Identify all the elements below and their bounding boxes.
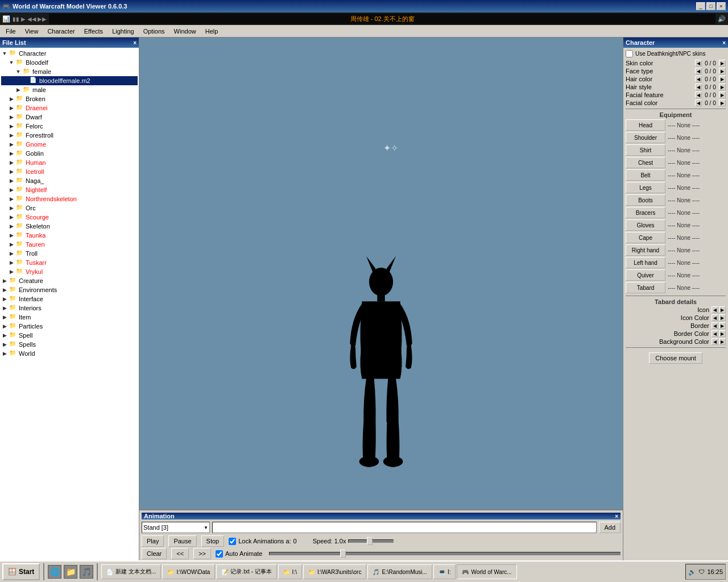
tree-item-nightelf[interactable]: ▶ 📁 Nightelf [1,185,138,194]
tree-item-character[interactable]: ▼ 📁 Character [1,49,138,58]
taskbar-btn-3[interactable]: 📝 记录.txt - 记事本 [216,564,276,579]
menu-character[interactable]: Character [43,27,79,36]
taskbar-btn-1[interactable]: 📄 新建 文本文档... [101,564,161,579]
close-button[interactable]: × [717,2,726,10]
taskbar-explorer-icon[interactable]: 📁 [64,565,77,579]
tree-item-felorc[interactable]: ▶ 📁 Felorc [1,122,138,131]
skin-color-next[interactable]: ▶ [719,60,726,66]
tree-item-tauren[interactable]: ▶ 📁 Tauren [1,240,138,249]
clear-button[interactable]: Clear [142,548,167,559]
tree-item-vrykul[interactable]: ▶ 📁 Vrykul [1,267,138,276]
equip-btn-shoulder[interactable]: Shoulder [626,132,665,143]
tree-item-northrendskeleton[interactable]: ▶ 📁 Northrendskeleton [1,194,138,203]
tree-item-gnome[interactable]: ▶ 📁 Gnome [1,140,138,149]
equip-btn-boots[interactable]: Boots [626,194,665,206]
tree-item-tuskarr[interactable]: ▶ 📁 Tuskarr [1,258,138,267]
tree-item-particles[interactable]: ▶ 📁 Particles [1,322,138,331]
equip-btn-quiver[interactable]: Quiver [626,269,665,281]
face-type-next[interactable]: ▶ [719,68,726,74]
anim-progress-bar[interactable] [269,552,621,555]
menu-file[interactable]: File [1,27,20,36]
equip-btn-bracers[interactable]: Bracers [626,207,665,218]
auto-animate-checkbox[interactable] [216,550,223,558]
menu-lighting[interactable]: Lighting [107,27,139,36]
taskbar-btn-6[interactable]: 🎵 E:\RandomMusi... [367,564,432,579]
taskbar-btn-8[interactable]: 🎮 World of Warc... [457,564,516,579]
facial-color-prev[interactable]: ◀ [695,99,702,106]
tree-item-naga[interactable]: ▶ 📁 Naga_ [1,176,138,185]
face-type-prev[interactable]: ◀ [695,68,702,74]
tree-item-icetroll[interactable]: ▶ 📁 Icetroll [1,167,138,176]
prev-anim-button[interactable]: << [171,548,189,559]
character-panel-close-button[interactable]: × [722,40,726,46]
animation-dropdown[interactable]: Stand [3] ▼ [142,522,210,533]
hair-color-next[interactable]: ▶ [719,76,726,82]
tree-item-bloodelffemale[interactable]: 📄 bloodelffemale.m2 [1,76,138,85]
tabard-bgcolor-next[interactable]: ▶ [719,338,726,345]
tree-item-spells[interactable]: ▶ 📁 Spells [1,340,138,349]
tabard-iconcolor-prev[interactable]: ◀ [712,314,718,321]
tree-item-orc[interactable]: ▶ 📁 Orc [1,203,138,213]
equip-btn-gloves[interactable]: Gloves [626,219,665,231]
taskbar-btn-7[interactable]: 💻 I: [433,564,456,579]
tree-item-troll[interactable]: ▶ 📁 Troll [1,249,138,258]
animation-close-button[interactable]: × [615,513,618,519]
taskbar-ie-icon[interactable]: 🌐 [48,565,61,579]
hair-style-prev[interactable]: ◀ [695,84,702,90]
taskbar-btn-4[interactable]: 📁 I:\ [278,564,302,579]
tabard-border-next[interactable]: ▶ [719,322,726,329]
tree-item-draenei[interactable]: ▶ 📁 Draenei [1,103,138,113]
tree-item-male[interactable]: ▶ 📁 male [1,85,138,94]
tree-item-creature[interactable]: ▶ 📁 Creature [1,276,138,285]
tree-item-broken[interactable]: ▶ 📁 Broken [1,94,138,103]
tabard-border-prev[interactable]: ◀ [712,322,718,329]
hair-style-next[interactable]: ▶ [719,84,726,90]
menu-window[interactable]: Window [169,27,201,36]
viewport[interactable]: ✦✧ [139,38,623,560]
equip-btn-legs[interactable]: Legs [626,182,665,193]
tree-item-scourge[interactable]: ▶ 📁 Scourge [1,213,138,222]
tree-item-goblin[interactable]: ▶ 📁 Goblin [1,149,138,158]
taskbar-btn-2[interactable]: 📁 I:\WOW\Data [162,564,215,579]
tree-item-skeleton[interactable]: ▶ 📁 Skeleton [1,222,138,231]
menu-help[interactable]: Help [201,27,223,36]
hair-color-prev[interactable]: ◀ [695,76,702,82]
add-animation-button[interactable]: Add [599,522,621,533]
maximize-button[interactable]: □ [706,2,715,10]
equip-btn-belt[interactable]: Belt [626,169,665,181]
speed-slider-track[interactable] [348,539,394,543]
tabard-iconcolor-next[interactable]: ▶ [719,314,726,321]
stop-button[interactable]: Stop [201,535,225,547]
tree-item-environments[interactable]: ▶ 📁 Environments [1,285,138,294]
file-list-close-button[interactable]: × [133,40,136,46]
skin-color-prev[interactable]: ◀ [695,60,702,66]
choose-mount-button[interactable]: Choose mount [649,352,702,364]
use-deathknight-checkbox[interactable] [626,50,633,57]
facial-feature-next[interactable]: ▶ [719,92,726,98]
tabard-bordercolor-prev[interactable]: ◀ [712,330,718,337]
lock-anim-checkbox[interactable] [229,538,236,545]
tabard-icon-prev[interactable]: ◀ [712,306,718,313]
facial-feature-prev[interactable]: ◀ [695,92,702,98]
tree-item-foresttroll[interactable]: ▶ 📁 Foresttroll [1,131,138,140]
tree-item-world[interactable]: ▶ 📁 World [1,349,138,358]
pause-button[interactable]: Pause [168,535,196,547]
play-button[interactable]: Play [142,535,164,547]
menu-view[interactable]: View [20,27,43,36]
speed-slider-thumb[interactable] [367,537,373,545]
tree-item-interiors[interactable]: ▶ 📁 Interiors [1,304,138,313]
tabard-icon-next[interactable]: ▶ [719,306,726,313]
anim-progress-thumb[interactable] [340,550,346,558]
equip-btn-righthand[interactable]: Right hand [626,244,665,256]
tree-item-interface[interactable]: ▶ 📁 Interface [1,294,138,304]
taskbar-media-icon[interactable]: 🎵 [80,565,93,579]
start-button[interactable]: 🪟 Start [2,563,40,580]
tree-item-item[interactable]: ▶ 📁 Item [1,313,138,322]
next-anim-button[interactable]: >> [193,548,211,559]
tabard-bordercolor-next[interactable]: ▶ [719,330,726,337]
minimize-button[interactable]: _ [696,2,705,10]
equip-btn-lefthand[interactable]: Left hand [626,257,665,268]
equip-btn-tabard[interactable]: Tabard [626,282,665,293]
animation-input[interactable] [212,522,597,533]
tree-item-dwarf[interactable]: ▶ 📁 Dwarf [1,113,138,122]
